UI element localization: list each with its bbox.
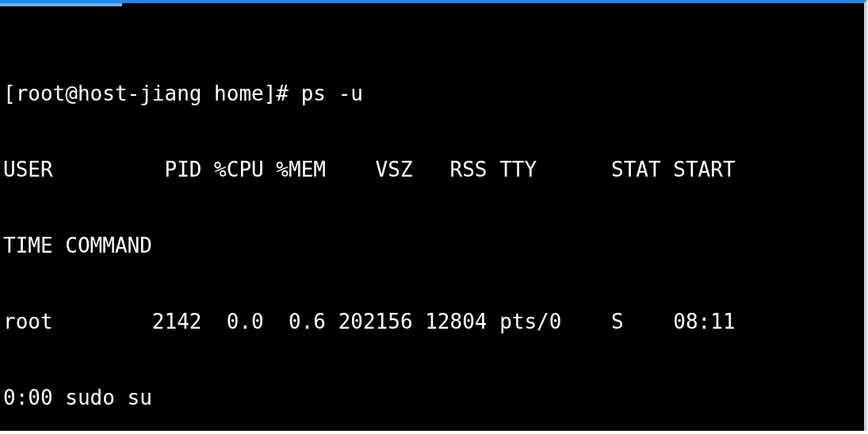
terminal-window[interactable]: [root@host-jiang home]# ps -u USER PID %… — [0, 0, 867, 431]
ps-header-line1: USER PID %CPU %MEM VSZ RSS TTY STAT STAR… — [3, 157, 864, 182]
prompt: [root@host-jiang home]# — [3, 82, 301, 105]
ps-header-line2: TIME COMMAND — [3, 233, 864, 258]
window-accent-bar — [0, 3, 122, 6]
ps-row: 0:00 sudo su — [3, 385, 864, 410]
command-line-1: [root@host-jiang home]# ps -u — [3, 81, 864, 106]
typed-command: ps -u — [301, 82, 363, 105]
ps-row: root 2142 0.0 0.6 202156 12804 pts/0 S 0… — [3, 309, 864, 334]
